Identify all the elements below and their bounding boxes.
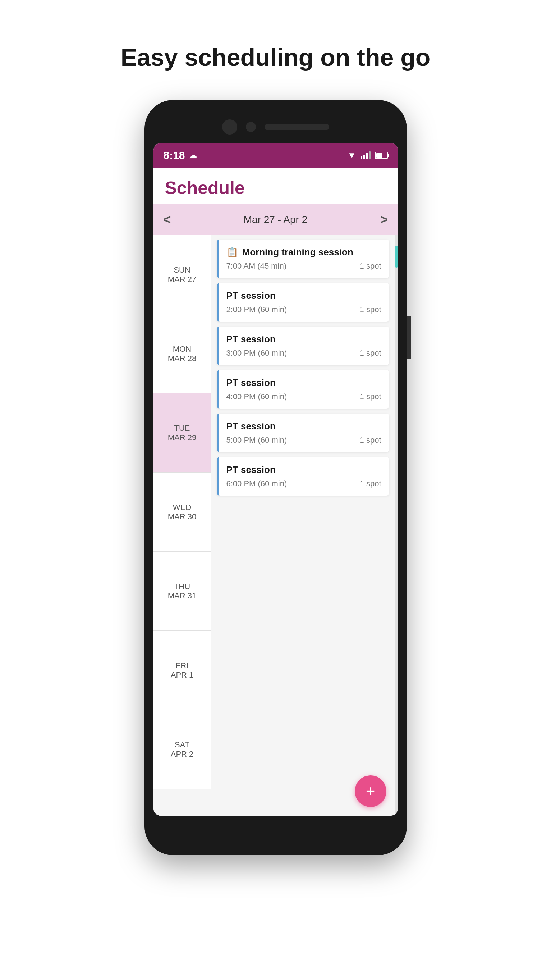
battery-icon xyxy=(375,152,388,159)
prev-week-button[interactable]: < xyxy=(164,212,171,227)
week-range: Mar 27 - Apr 2 xyxy=(244,214,307,226)
phone-top xyxy=(144,100,407,143)
session-time-3: 4:00 PM (60 min) xyxy=(226,392,287,401)
day-item-sat[interactable]: SAT APR 2 xyxy=(154,710,211,789)
page-title: Easy scheduling on the go xyxy=(121,43,430,71)
day-date-thu: MAR 31 xyxy=(168,591,196,601)
day-date-wed: MAR 30 xyxy=(168,512,196,522)
phone-screen: 8:18 ☁ ▼ Schedule xyxy=(154,143,398,816)
status-bar: 8:18 ☁ ▼ xyxy=(154,143,398,168)
content-area: SUN MAR 27 MON MAR 28 TUE MAR 29 WED MAR… xyxy=(154,235,398,816)
plus-icon: + xyxy=(366,783,375,799)
session-spots-1: 1 spot xyxy=(360,305,381,314)
day-item-mon[interactable]: MON MAR 28 xyxy=(154,314,211,393)
session-card-3[interactable]: PT session 4:00 PM (60 min) 1 spot xyxy=(217,370,389,409)
session-card-1[interactable]: PT session 2:00 PM (60 min) 1 spot xyxy=(217,283,389,321)
signal-icon xyxy=(360,151,371,159)
scroll-thumb xyxy=(395,246,398,267)
day-name-sat: SAT xyxy=(175,740,189,749)
day-date-mon: MAR 28 xyxy=(168,354,196,363)
day-sidebar: SUN MAR 27 MON MAR 28 TUE MAR 29 WED MAR… xyxy=(154,235,211,816)
sessions-area: 📋 Morning training session 7:00 AM (45 m… xyxy=(211,235,395,816)
day-item-thu[interactable]: THU MAR 31 xyxy=(154,552,211,631)
day-name-wed: WED xyxy=(173,503,191,512)
session-name-3: PT session xyxy=(226,377,276,388)
day-name-tue: TUE xyxy=(174,424,190,433)
session-name-0: Morning training session xyxy=(242,247,353,258)
day-date-sun: MAR 27 xyxy=(168,275,196,284)
cloud-icon: ☁ xyxy=(189,150,197,161)
next-week-button[interactable]: > xyxy=(380,212,387,227)
session-spots-3: 1 spot xyxy=(360,392,381,401)
session-time-5: 6:00 PM (60 min) xyxy=(226,479,287,488)
session-name-1: PT session xyxy=(226,290,276,301)
session-spots-0: 1 spot xyxy=(360,261,381,271)
day-name-mon: MON xyxy=(173,345,191,354)
session-name-2: PT session xyxy=(226,334,276,345)
session-card-2[interactable]: PT session 3:00 PM (60 min) 1 spot xyxy=(217,326,389,365)
scroll-indicator xyxy=(395,235,398,816)
status-time: 8:18 xyxy=(164,149,185,161)
speaker-bar xyxy=(265,124,329,130)
app-title: Schedule xyxy=(165,178,245,198)
day-date-tue: MAR 29 xyxy=(168,433,196,442)
session-time-2: 3:00 PM (60 min) xyxy=(226,348,287,358)
session-time-1: 2:00 PM (60 min) xyxy=(226,305,287,314)
session-name-5: PT session xyxy=(226,464,276,476)
day-name-sun: SUN xyxy=(174,266,190,275)
day-name-fri: FRI xyxy=(176,661,188,670)
day-item-sun[interactable]: SUN MAR 27 xyxy=(154,235,211,314)
session-card-5[interactable]: PT session 6:00 PM (60 min) 1 spot xyxy=(217,457,389,496)
calendar-icon: 📋 xyxy=(226,247,238,258)
day-item-wed[interactable]: WED MAR 30 xyxy=(154,473,211,552)
session-spots-4: 1 spot xyxy=(360,436,381,445)
session-spots-2: 1 spot xyxy=(360,348,381,358)
session-name-4: PT session xyxy=(226,421,276,432)
session-time-0: 7:00 AM (45 min) xyxy=(226,261,287,271)
side-button xyxy=(407,316,411,359)
phone-shell: 8:18 ☁ ▼ Schedule xyxy=(144,100,407,855)
week-nav: < Mar 27 - Apr 2 > xyxy=(154,204,398,235)
camera-icon xyxy=(222,119,237,135)
session-card-0[interactable]: 📋 Morning training session 7:00 AM (45 m… xyxy=(217,240,389,278)
session-time-4: 5:00 PM (60 min) xyxy=(226,436,287,445)
front-camera-icon xyxy=(246,122,256,132)
session-card-4[interactable]: PT session 5:00 PM (60 min) 1 spot xyxy=(217,414,389,452)
day-item-fri[interactable]: FRI APR 1 xyxy=(154,631,211,710)
add-session-button[interactable]: + xyxy=(355,775,386,807)
day-date-sat: APR 2 xyxy=(171,749,194,759)
day-date-fri: APR 1 xyxy=(171,670,194,680)
session-spots-5: 1 spot xyxy=(360,479,381,488)
day-name-thu: THU xyxy=(174,582,190,591)
wifi-icon: ▼ xyxy=(348,150,356,161)
app-header: Schedule xyxy=(154,168,398,204)
day-item-tue[interactable]: TUE MAR 29 xyxy=(154,393,211,473)
status-icons: ▼ xyxy=(348,150,388,161)
